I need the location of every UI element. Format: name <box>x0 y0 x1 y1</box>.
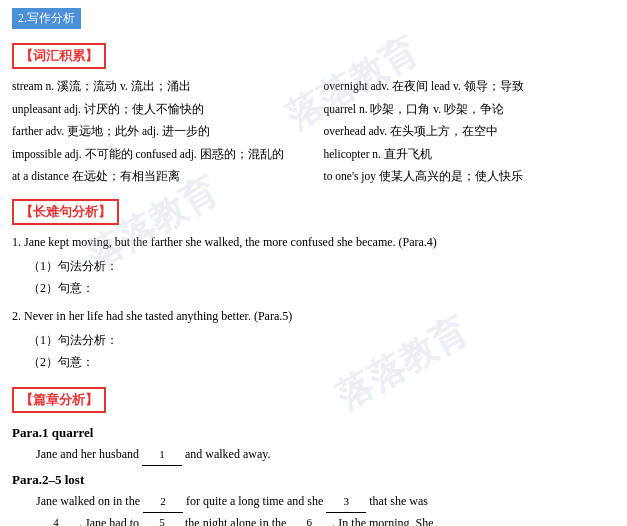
sentence-number-1: 1. <box>12 235 21 249</box>
sentence-number-2: 2. <box>12 309 21 323</box>
sentence-text-2: 2. Never in her life had she tasted anyt… <box>12 307 615 326</box>
sentence-item-2: 2. Never in her life had she tasted anyt… <box>12 307 615 373</box>
sub2-label-2: （2）句意： <box>28 355 94 369</box>
vocab-grid: stream n. 溪流；流动 v. 流出；涌出 overnight adv. … <box>12 77 615 187</box>
sub2-label-1: （2）句意： <box>28 281 94 295</box>
para-1-text-before: Jane and her husband <box>36 447 139 461</box>
para-25-blank-5[interactable]: 5 <box>142 513 182 526</box>
vocab-right-1: overnight adv. 在夜间 lead v. 领导；导致 <box>324 77 616 97</box>
para-1-section: Para.1 quarrel Jane and her husband 1 an… <box>12 425 615 466</box>
vocab-left-1: stream n. 溪流；流动 v. 流出；涌出 <box>12 77 304 97</box>
vocab-right-4: helicopter n. 直升飞机 <box>324 145 616 165</box>
para-1-text-after: and walked away. <box>185 447 271 461</box>
para-25-blank-4[interactable]: 4 <box>36 513 76 526</box>
para-25-section: Para.2–5 lost Jane walked on in the 2 fo… <box>12 472 615 526</box>
para-analysis-section: 【篇章分析】 Para.1 quarrel Jane and her husba… <box>12 381 615 526</box>
vocab-left-4: impossible adj. 不可能的 confused adj. 困惑的；混… <box>12 145 304 165</box>
vocab-section: 【词汇积累】 stream n. 溪流；流动 v. 流出；涌出 overnigh… <box>12 37 615 187</box>
sentence-text-1: 1. Jane kept moving, but the farther she… <box>12 233 615 252</box>
sentence-item-1: 1. Jane kept moving, but the farther she… <box>12 233 615 299</box>
vocab-right-3: overhead adv. 在头项上方，在空中 <box>324 122 616 142</box>
long-sentence-section: 【长难句分析】 1. Jane kept moving, but the far… <box>12 193 615 374</box>
vocab-title: 【词汇积累】 <box>12 43 106 69</box>
sub-item-1-2: （2）句意： <box>28 278 615 300</box>
vocab-right-2: quarrel n. 吵架，口角 v. 吵架，争论 <box>324 100 616 120</box>
para-25-text-4: . Jane had to <box>79 516 139 526</box>
para-25-body: Jane walked on in the 2 for quite a long… <box>36 491 615 526</box>
para-25-heading: Para.2–5 lost <box>12 472 615 488</box>
sub-item-2-1: （1）句法分析： <box>28 330 615 352</box>
sub-item-1-1: （1）句法分析： <box>28 256 615 278</box>
para-1-blank-1[interactable]: 1 <box>142 445 182 466</box>
para-25-blank-2[interactable]: 2 <box>143 492 183 513</box>
para-25-text-6: . In the morning, She <box>332 516 433 526</box>
para-1-heading: Para.1 quarrel <box>12 425 615 441</box>
vocab-right-5: to one's joy 使某人高兴的是；使人快乐 <box>324 167 616 187</box>
sub1-label-2: （1）句法分析： <box>28 333 118 347</box>
para-analysis-title: 【篇章分析】 <box>12 387 106 413</box>
para-25-text-5: the night alone in the <box>185 516 286 526</box>
long-sentence-title: 【长难句分析】 <box>12 199 119 225</box>
para-1-body: Jane and her husband 1 and walked away. <box>36 444 615 466</box>
sentence-content-2: Never in her life had she tasted anythin… <box>24 309 292 323</box>
para-25-text-3: that she was <box>369 494 428 508</box>
header-tag: 2.写作分析 <box>12 8 81 29</box>
sub-item-2-2: （2）句意： <box>28 352 615 374</box>
para-25-text-1: Jane walked on in the <box>36 494 140 508</box>
sub1-label-1: （1）句法分析： <box>28 259 118 273</box>
para-25-blank-3[interactable]: 3 <box>326 492 366 513</box>
para-25-text-2: for quite a long time and she <box>186 494 323 508</box>
para-25-blank-6[interactable]: 6 <box>289 513 329 526</box>
sentence-content-1: Jane kept moving, but the farther she wa… <box>24 235 437 249</box>
vocab-left-2: unpleasant adj. 讨厌的；使人不愉快的 <box>12 100 304 120</box>
vocab-left-3: farther adv. 更远地；此外 adj. 进一步的 <box>12 122 304 142</box>
vocab-left-5: at a distance 在远处；有相当距离 <box>12 167 304 187</box>
